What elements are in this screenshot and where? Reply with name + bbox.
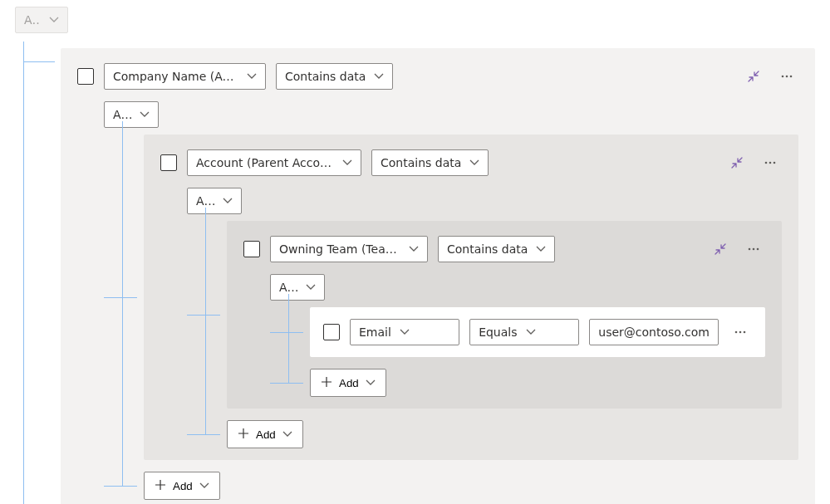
root-operator-dropdown: And xyxy=(15,7,68,33)
inner-operator-label: And xyxy=(279,281,297,294)
chevron-down-icon xyxy=(282,429,292,439)
group-children: Email Equals user@contoso.com xyxy=(270,307,765,397)
add-row: Add xyxy=(310,369,765,397)
add-row: Add xyxy=(144,472,798,500)
chevron-down-icon xyxy=(400,327,410,337)
svg-point-5 xyxy=(774,162,776,164)
svg-point-0 xyxy=(782,76,784,78)
add-label: Add xyxy=(173,480,193,492)
chevron-down-icon xyxy=(526,327,536,337)
svg-point-4 xyxy=(769,162,772,164)
more-icon[interactable] xyxy=(759,151,782,174)
svg-point-3 xyxy=(765,162,768,164)
inner-operator-label: And xyxy=(113,108,131,121)
add-label: Add xyxy=(256,428,276,441)
operator-label: Contains data xyxy=(285,70,366,83)
root-operator-label: And xyxy=(24,13,41,27)
group-children: Owning Team (Team) Contains data xyxy=(187,221,782,448)
group-header: Owning Team (Team) Contains data xyxy=(243,236,765,262)
plus-icon xyxy=(238,428,249,442)
group-company-name: Company Name (Accou… Contains data And xyxy=(61,48,815,504)
operator-label: Equals xyxy=(479,325,517,339)
operator-dropdown[interactable]: Equals xyxy=(469,319,579,345)
chevron-down-icon xyxy=(199,481,209,491)
field-dropdown[interactable]: Company Name (Accou… xyxy=(104,63,266,90)
inner-operator-dropdown[interactable]: And xyxy=(270,274,325,301)
inner-operator-dropdown[interactable]: And xyxy=(187,188,242,214)
chevron-down-icon xyxy=(374,71,384,81)
plus-icon xyxy=(321,376,332,390)
svg-point-11 xyxy=(744,331,746,334)
svg-point-8 xyxy=(757,248,759,251)
filter-builder: And Company Name (Accou… Contains data xyxy=(0,0,830,504)
add-label: Add xyxy=(339,377,359,389)
add-button[interactable]: Add xyxy=(144,472,220,500)
more-icon[interactable] xyxy=(775,65,798,88)
group-parent-account: Account (Parent Account) Contains data xyxy=(144,135,798,460)
collapse-icon[interactable] xyxy=(742,65,765,88)
select-checkbox[interactable] xyxy=(160,154,177,171)
add-row: Add xyxy=(227,420,782,448)
select-checkbox[interactable] xyxy=(77,68,94,85)
svg-point-1 xyxy=(786,76,788,78)
svg-point-9 xyxy=(735,331,738,334)
group-header: Company Name (Accou… Contains data xyxy=(77,63,798,90)
chevron-down-icon xyxy=(469,158,479,168)
group-children: Account (Parent Account) Contains data xyxy=(104,135,798,500)
value-text: user@contoso.com xyxy=(598,325,710,339)
chevron-down-icon xyxy=(140,110,150,120)
svg-point-10 xyxy=(739,331,742,334)
group-owning-team: Owning Team (Team) Contains data xyxy=(227,221,782,409)
field-dropdown[interactable]: Email xyxy=(350,319,459,345)
chevron-down-icon xyxy=(366,378,376,388)
field-label: Owning Team (Team) xyxy=(279,242,400,256)
inner-operator-dropdown[interactable]: And xyxy=(104,101,159,128)
inner-operator-label: And xyxy=(196,194,214,208)
operator-dropdown[interactable]: Contains data xyxy=(371,149,489,176)
condition-row: Email Equals user@contoso.com xyxy=(310,307,765,357)
collapse-icon[interactable] xyxy=(725,151,749,174)
more-icon[interactable] xyxy=(742,237,765,261)
operator-dropdown[interactable]: Contains data xyxy=(438,236,555,262)
field-label: Email xyxy=(359,325,391,339)
select-checkbox[interactable] xyxy=(323,324,340,340)
svg-point-6 xyxy=(749,248,751,251)
operator-label: Contains data xyxy=(381,156,461,169)
chevron-down-icon xyxy=(342,158,352,168)
more-icon[interactable] xyxy=(729,321,752,344)
field-label: Company Name (Accou… xyxy=(113,70,238,83)
chevron-down-icon xyxy=(223,196,233,206)
add-button[interactable]: Add xyxy=(310,369,386,397)
operator-label: Contains data xyxy=(447,242,528,256)
svg-point-7 xyxy=(753,248,755,251)
svg-point-2 xyxy=(790,76,793,78)
group-header: Account (Parent Account) Contains data xyxy=(160,149,782,176)
chevron-down-icon xyxy=(306,282,316,292)
chevron-down-icon xyxy=(49,15,59,25)
chevron-down-icon xyxy=(409,244,419,254)
root-children: Company Name (Accou… Contains data And xyxy=(15,48,815,504)
chevron-down-icon xyxy=(247,71,257,81)
field-dropdown[interactable]: Owning Team (Team) xyxy=(270,236,428,262)
plus-icon xyxy=(155,479,166,493)
add-button[interactable]: Add xyxy=(227,420,303,448)
operator-dropdown[interactable]: Contains data xyxy=(276,63,393,90)
collapse-icon[interactable] xyxy=(709,237,732,261)
field-label: Account (Parent Account) xyxy=(196,156,334,169)
chevron-down-icon xyxy=(536,244,546,254)
field-dropdown[interactable]: Account (Parent Account) xyxy=(187,149,361,176)
select-checkbox[interactable] xyxy=(243,241,260,257)
value-input[interactable]: user@contoso.com xyxy=(589,319,719,345)
